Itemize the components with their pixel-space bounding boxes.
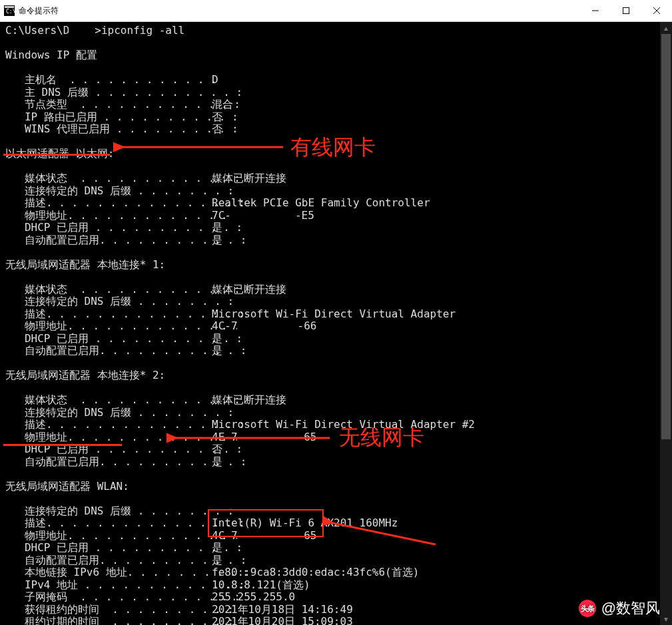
config-row: 自动配置已启用. . . . . . . . . . . : 是 bbox=[5, 456, 655, 469]
maximize-button[interactable] bbox=[611, 0, 641, 21]
config-row: 自动配置已启用. . . . . . . . . . . : 是 bbox=[5, 234, 655, 247]
config-row: 连接特定的 DNS 后缀 . . . . . . . : bbox=[5, 185, 655, 198]
config-row: 自动配置已启用. . . . . . . . . . . : 是 bbox=[5, 345, 655, 357]
command-prompt-line: C:\Users\D>ipconfig -all bbox=[5, 25, 655, 37]
config-row: 获得租约的时间 . . . . . . . . . : 2021年10月18日 … bbox=[5, 604, 655, 616]
config-row: 描述. . . . . . . . . . . . . . . : Micros… bbox=[5, 419, 655, 431]
scroll-up-arrow[interactable]: ▲ bbox=[660, 22, 672, 34]
config-row: 物理地址. . . . . . . . . . . . . . : 4C-7-6… bbox=[5, 530, 655, 542]
config-row: 连接特定的 DNS 后缀 . . . . . . . : bbox=[5, 505, 655, 518]
config-row: 描述. . . . . . . . . . . . . . . : Realte… bbox=[5, 197, 655, 210]
config-row: 物理地址. . . . . . . . . . . . . . : 4E-7-6… bbox=[5, 431, 655, 444]
cmd-icon: C:\ bbox=[4, 5, 15, 16]
svg-text:C:\: C:\ bbox=[6, 9, 15, 15]
adapter-title: 以太网适配器 以太网: bbox=[5, 148, 655, 160]
config-row: 主 DNS 后缀 . . . . . . . . . . . : bbox=[5, 87, 655, 99]
svg-rect-1 bbox=[5, 6, 14, 8]
close-button[interactable] bbox=[641, 0, 672, 21]
vertical-scrollbar[interactable]: ▲ ▼ bbox=[660, 22, 672, 625]
scrollbar-thumb[interactable] bbox=[661, 34, 671, 439]
config-row: DHCP 已启用 . . . . . . . . . . . : 是 bbox=[5, 333, 655, 345]
config-row: WINS 代理已启用 . . . . . . . . . : 否 bbox=[5, 123, 655, 136]
config-row: 租约过期的时间 . . . . . . . . . : 2021年10月20日 … bbox=[5, 616, 655, 625]
config-row: 物理地址. . . . . . . . . . . . . . : 7C--E5 bbox=[5, 210, 655, 222]
config-row: 节点类型 . . . . . . . . . . . . : 混合 bbox=[5, 99, 655, 111]
config-row: 子网掩码 . . . . . . . . . . . . : 255.255.2… bbox=[5, 591, 655, 604]
config-row: 描述. . . . . . . . . . . . . . . : Micros… bbox=[5, 308, 655, 321]
config-row: 描述. . . . . . . . . . . . . . . : Intel(… bbox=[5, 517, 655, 530]
config-row: DHCP 已启用 . . . . . . . . . . . : 否 bbox=[5, 443, 655, 456]
config-row: 连接特定的 DNS 后缀 . . . . . . . : bbox=[5, 296, 655, 308]
config-row: IP 路由已启用 . . . . . . . . . . : 否 bbox=[5, 111, 655, 124]
config-row: 自动配置已启用. . . . . . . . . . . : 是 bbox=[5, 554, 655, 567]
config-row: 本地链接 IPv6 地址. . . . . . . . . : fe80::9c… bbox=[5, 566, 655, 579]
cmd-window: C:\ 命令提示符 C:\Users\D>ipconfig -all Windo… bbox=[0, 0, 672, 625]
config-row: DHCP 已启用 . . . . . . . . . . . : 是 bbox=[5, 222, 655, 234]
config-row: 连接特定的 DNS 后缀 . . . . . . . : bbox=[5, 407, 655, 419]
scroll-down-arrow[interactable]: ▼ bbox=[660, 613, 672, 625]
config-row: 媒体状态 . . . . . . . . . . . . : 媒体已断开连接 bbox=[5, 284, 655, 296]
config-row: DHCP 已启用 . . . . . . . . . . . : 是 bbox=[5, 542, 655, 554]
terminal-client-area: C:\Users\D>ipconfig -all Windows IP 配置 主… bbox=[0, 22, 672, 625]
adapter-title: 无线局域网适配器 本地连接* 1: bbox=[5, 259, 655, 272]
config-row: 主机名 . . . . . . . . . . . . . : D bbox=[5, 74, 655, 87]
window-title: 命令提示符 bbox=[19, 5, 59, 17]
minimize-button[interactable] bbox=[580, 0, 611, 21]
config-row: 物理地址. . . . . . . . . . . . . . : 4C-7-6… bbox=[5, 320, 655, 333]
titlebar[interactable]: C:\ 命令提示符 bbox=[0, 0, 672, 22]
adapter-title: 无线局域网适配器 本地连接* 2: bbox=[5, 369, 655, 382]
terminal-output[interactable]: C:\Users\D>ipconfig -all Windows IP 配置 主… bbox=[0, 22, 660, 625]
config-row: IPv4 地址 . . . . . . . . . . . . : 10.8.8… bbox=[5, 579, 655, 592]
svg-rect-4 bbox=[623, 8, 629, 14]
config-row: 媒体状态 . . . . . . . . . . . . : 媒体已断开连接 bbox=[5, 172, 655, 185]
config-row: 媒体状态 . . . . . . . . . . . . : 媒体已断开连接 bbox=[5, 394, 655, 407]
adapter-title: 无线局域网适配器 WLAN: bbox=[5, 481, 655, 493]
ipconfig-header: Windows IP 配置 bbox=[5, 49, 655, 62]
